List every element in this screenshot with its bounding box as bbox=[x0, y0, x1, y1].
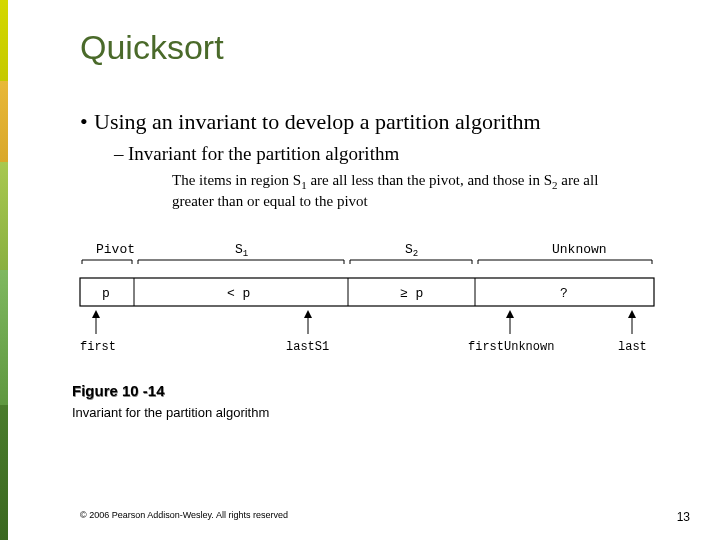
bullet-level-1: Using an invariant to develop a partitio… bbox=[80, 109, 660, 135]
page-number: 13 bbox=[677, 510, 690, 524]
footer: © 2006 Pearson Addison-Wesley. All right… bbox=[80, 510, 690, 524]
body-pre: The items in region S bbox=[172, 172, 301, 188]
cell-lt: < p bbox=[227, 286, 250, 301]
cell-q: ? bbox=[560, 286, 568, 301]
label-unknown: Unknown bbox=[552, 242, 607, 257]
arrow-firstUnknown: firstUnknown bbox=[468, 310, 554, 354]
svg-text:first: first bbox=[80, 340, 116, 354]
arrow-first: first bbox=[80, 310, 116, 354]
figure-number: Figure 10 -14 bbox=[72, 382, 660, 399]
decorative-side-strip bbox=[0, 0, 8, 540]
slide-content: Quicksort Using an invariant to develop … bbox=[0, 0, 720, 420]
copyright-text: © 2006 Pearson Addison-Wesley. All right… bbox=[80, 510, 288, 524]
figure-diagram: Pivot S1 S2 Unknown p < p ≥ p ? fi bbox=[72, 238, 660, 420]
arrow-lastS1: lastS1 bbox=[286, 310, 329, 354]
cell-p: p bbox=[102, 286, 110, 301]
svg-text:last: last bbox=[618, 340, 647, 354]
svg-text:lastS1: lastS1 bbox=[286, 340, 329, 354]
figure-caption: Invariant for the partition algorithm bbox=[72, 405, 660, 420]
cell-ge: ≥ p bbox=[400, 286, 423, 301]
label-pivot: Pivot bbox=[96, 242, 135, 257]
svg-marker-7 bbox=[506, 310, 514, 318]
slide-title: Quicksort bbox=[80, 28, 660, 67]
bracket-s1 bbox=[138, 260, 344, 264]
bracket-s2 bbox=[350, 260, 472, 264]
svg-text:firstUnknown: firstUnknown bbox=[468, 340, 554, 354]
svg-marker-10 bbox=[628, 310, 636, 318]
array-box bbox=[80, 278, 654, 306]
bracket-unknown bbox=[478, 260, 652, 264]
body-text: The items in region S1 are all less than… bbox=[80, 171, 660, 212]
svg-marker-1 bbox=[92, 310, 100, 318]
bracket-pivot bbox=[82, 260, 132, 264]
arrow-last: last bbox=[618, 310, 647, 354]
partition-diagram: Pivot S1 S2 Unknown p < p ≥ p ? fi bbox=[72, 238, 662, 368]
svg-marker-4 bbox=[304, 310, 312, 318]
label-s2: S2 bbox=[405, 242, 418, 259]
label-s1: S1 bbox=[235, 242, 248, 259]
bullet-level-2: Invariant for the partition algorithm bbox=[80, 143, 660, 165]
body-mid: are all less than the pivot, and those i… bbox=[307, 172, 552, 188]
